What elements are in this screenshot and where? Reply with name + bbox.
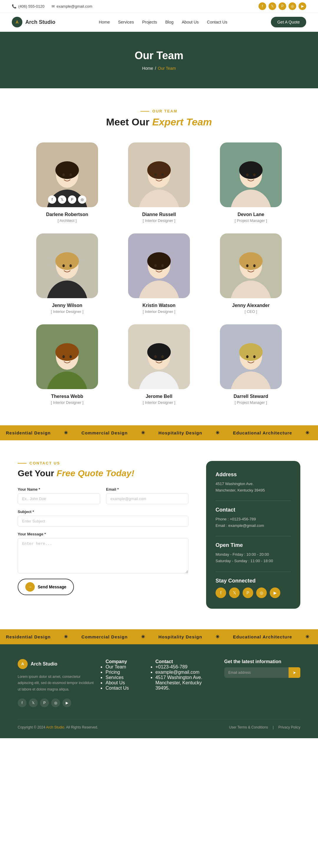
svg-point-23 bbox=[69, 264, 72, 267]
footer-social-twitter[interactable]: 𝕏 bbox=[29, 699, 38, 707]
team-img-wrap bbox=[220, 143, 282, 207]
email-input[interactable] bbox=[106, 493, 189, 504]
address-title: Address bbox=[215, 471, 291, 478]
newsletter-input[interactable] bbox=[224, 667, 289, 678]
email-address: example@gmail.com bbox=[57, 4, 92, 8]
stay-connected-icons: f 𝕏 P ◎ ▶ bbox=[215, 588, 291, 598]
svg-point-21 bbox=[55, 252, 79, 270]
nav-about[interactable]: About Us bbox=[182, 20, 199, 25]
footer-company-link[interactable]: Contact Us bbox=[106, 685, 143, 691]
footer-description: Lorem ipsum dolor sit amet, consectetur … bbox=[18, 674, 94, 693]
team-social-btn[interactable]: ◎ bbox=[78, 195, 86, 204]
get-quote-button[interactable]: Get A Quote bbox=[271, 17, 306, 27]
breadcrumb: Home / Our Team bbox=[12, 66, 306, 71]
nav-blog[interactable]: Blog bbox=[165, 20, 173, 25]
footer-social-facebook[interactable]: f bbox=[18, 699, 27, 707]
message-textarea[interactable] bbox=[18, 538, 189, 574]
team-member-card: Devon Lane[ Project Manager ] bbox=[210, 143, 291, 223]
top-bar: 📞 (406) 555-0120 ✉ example@gmail.com f 𝕏… bbox=[0, 0, 318, 13]
svg-point-40 bbox=[62, 355, 65, 358]
form-group-email: Email * bbox=[106, 487, 189, 504]
team-member-role: [ Interior Designer ] bbox=[118, 400, 200, 405]
footer-social-pinterest[interactable]: P bbox=[40, 699, 49, 707]
svg-point-22 bbox=[62, 264, 65, 267]
team-member-role: [ Architect ] bbox=[27, 218, 108, 223]
sc-pinterest[interactable]: P bbox=[242, 588, 253, 598]
footer-company-link[interactable]: About Us bbox=[106, 680, 143, 685]
send-button-label: Send Message bbox=[38, 585, 66, 589]
email-icon: ✉ bbox=[52, 4, 55, 8]
footer-company-col: Company Our TeamPricingServicesAbout UsC… bbox=[106, 659, 143, 708]
phone-info: 📞 (406) 555-0120 bbox=[12, 4, 45, 8]
footer-social-instagram[interactable]: ◎ bbox=[51, 699, 60, 707]
send-button[interactable]: → Send Message bbox=[18, 579, 74, 595]
svg-point-51 bbox=[239, 343, 263, 361]
team-member-name: Jenny Alexander bbox=[210, 303, 291, 308]
logo[interactable]: A Arch Studio bbox=[12, 17, 55, 27]
open-time-title: Open Time bbox=[215, 542, 291, 548]
nav-services[interactable]: Services bbox=[118, 20, 134, 25]
team-member-role: [ Project Manager ] bbox=[210, 400, 291, 405]
team-social-btn[interactable]: f bbox=[48, 195, 56, 204]
marquee-content-2: Residential Design ✳ Commercial Design ✳… bbox=[0, 634, 318, 640]
subject-label: Subject * bbox=[18, 509, 189, 514]
marquee-banner-2: Residential Design ✳ Commercial Design ✳… bbox=[0, 629, 318, 644]
social-facebook-top[interactable]: f bbox=[259, 2, 266, 10]
phone-icon: 📞 bbox=[12, 4, 17, 8]
team-section: OUR TEAM Meet Our Expert Team f𝕏P◎Darlen… bbox=[0, 88, 318, 425]
team-social-btn[interactable]: P bbox=[68, 195, 76, 204]
contact-form-side: CONTACT US Get Your Free Quote Today! Yo… bbox=[18, 461, 189, 595]
team-img-wrap bbox=[220, 234, 282, 298]
logo-name: Arch Studio bbox=[25, 19, 55, 25]
svg-point-27 bbox=[147, 252, 171, 270]
social-instagram-top[interactable]: ◎ bbox=[289, 2, 296, 10]
team-img-wrap bbox=[36, 234, 98, 298]
contact-section: CONTACT US Get Your Free Quote Today! Yo… bbox=[0, 440, 318, 629]
social-pinterest-top[interactable]: P bbox=[279, 2, 286, 10]
team-member-role: [ Interior Designer ] bbox=[27, 309, 108, 314]
sc-twitter[interactable]: 𝕏 bbox=[229, 588, 240, 598]
social-twitter-top[interactable]: 𝕏 bbox=[268, 2, 276, 10]
footer-company-link[interactable]: Our Team bbox=[106, 664, 143, 670]
user-terms-link[interactable]: User Terms & Conditions bbox=[229, 725, 268, 730]
address-content: 4517 Washington Ave. Manchester, Kentuck… bbox=[215, 480, 291, 494]
team-member-card: Dianne Russell[ Interior Designer ] bbox=[118, 143, 200, 223]
footer-newsletter-form: ➤ bbox=[224, 667, 300, 678]
svg-point-15 bbox=[239, 161, 263, 179]
footer-logo: A Arch Studio bbox=[18, 659, 94, 669]
team-member-card: Darrell Steward[ Project Manager ] bbox=[210, 324, 291, 405]
social-youtube-top[interactable]: ▶ bbox=[298, 2, 306, 10]
team-member-name: Devon Lane bbox=[210, 212, 291, 217]
privacy-policy-link[interactable]: Privacy Policy bbox=[278, 725, 300, 730]
team-social-btn[interactable]: 𝕏 bbox=[58, 195, 66, 204]
breadcrumb-home[interactable]: Home bbox=[142, 66, 153, 71]
email-info: ✉ example@gmail.com bbox=[52, 4, 92, 8]
footer-company-link[interactable]: Services bbox=[106, 675, 143, 680]
team-member-role: [ Interior Designer ] bbox=[118, 218, 200, 223]
nav-home[interactable]: Home bbox=[99, 20, 110, 25]
sc-youtube[interactable]: ▶ bbox=[270, 588, 280, 598]
team-member-role: [ Interior Designer ] bbox=[27, 400, 108, 405]
sc-facebook[interactable]: f bbox=[215, 588, 226, 598]
form-group-subject: Subject * bbox=[18, 509, 189, 527]
newsletter-submit[interactable]: ➤ bbox=[289, 667, 300, 678]
footer-logo-name: Arch Studio bbox=[31, 661, 57, 667]
open-time-content: Monday - Friday : 10:00 - 20:00 Saturday… bbox=[215, 551, 291, 564]
team-img-wrap bbox=[128, 324, 190, 389]
contact-info-side: Address 4517 Washington Ave. Manchester,… bbox=[206, 461, 300, 609]
nav-contact[interactable]: Contact Us bbox=[207, 20, 227, 25]
footer-brand-link[interactable]: Arch Studio bbox=[46, 725, 64, 730]
sc-instagram[interactable]: ◎ bbox=[256, 588, 267, 598]
svg-point-3 bbox=[55, 161, 79, 179]
subject-input[interactable] bbox=[18, 516, 189, 527]
footer-company-link[interactable]: Pricing bbox=[106, 670, 143, 675]
nav-projects[interactable]: Projects bbox=[142, 20, 157, 25]
phone-number: (406) 555-0120 bbox=[18, 4, 45, 8]
stay-connected-title: Stay Connected bbox=[215, 578, 291, 584]
footer-social-icons: f 𝕏 P ◎ ▶ bbox=[18, 699, 94, 707]
form-row-name-email: Your Name * Email * bbox=[18, 487, 189, 504]
name-input[interactable] bbox=[18, 493, 100, 504]
svg-point-41 bbox=[69, 355, 72, 358]
svg-point-53 bbox=[253, 355, 256, 358]
footer-social-youtube[interactable]: ▶ bbox=[62, 699, 71, 707]
